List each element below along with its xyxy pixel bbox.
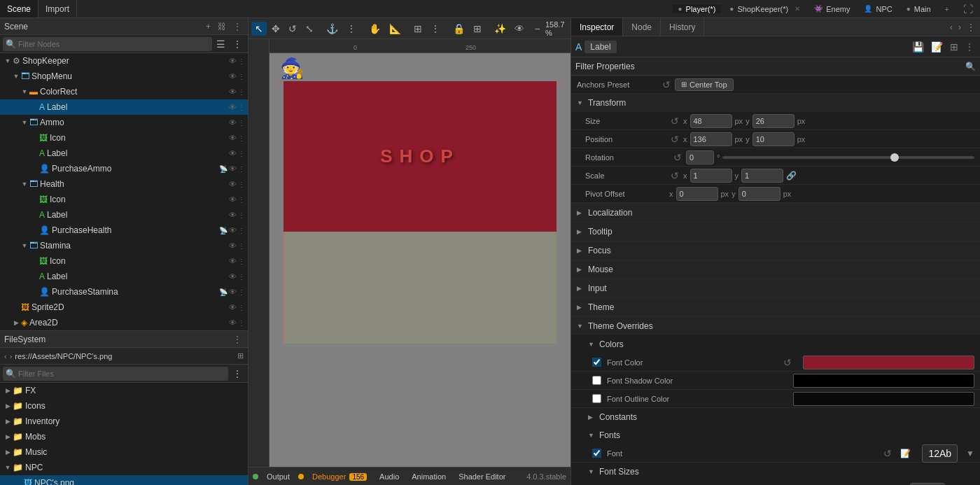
stamina-vis-btn[interactable]: 👁 [229, 241, 237, 250]
constants-subheader[interactable]: ▶ Constants [571, 408, 980, 426]
size-reset-btn[interactable]: ↺ [669, 115, 680, 127]
inspector-more-btn[interactable]: ⋮ [963, 41, 976, 52]
fs-item-npc[interactable]: ▼ 📁 NPC [0, 460, 248, 475]
font-preview-box[interactable]: 12Ab [922, 444, 958, 463]
tree-node-colorrect[interactable]: ▼ ▬ ColorRect 👁 ⋮ [0, 84, 248, 99]
colorrect-more-btn[interactable]: ⋮ [238, 88, 245, 96]
font-checkbox[interactable] [592, 449, 601, 458]
font-outline-color-checkbox[interactable] [592, 394, 601, 403]
pivot-x-input[interactable] [676, 187, 718, 201]
maximize-btn[interactable]: ⛶ [960, 3, 976, 15]
vp-hand-btn[interactable]: ✋ [365, 22, 384, 36]
label-vis-btn[interactable]: 👁 [229, 103, 237, 111]
tab-shader-editor[interactable]: Shader Editor [454, 471, 510, 482]
scene-menu-btn[interactable]: ⋮ [231, 21, 244, 32]
vp-anchor-btn[interactable]: ⚓ [323, 22, 342, 36]
health-label-more-btn[interactable]: ⋮ [238, 211, 245, 219]
tab-animation[interactable]: Animation [407, 471, 450, 482]
colors-subheader[interactable]: ▼ Colors [571, 335, 980, 353]
breadcrumb-layout-btn[interactable]: ⊞ [237, 351, 244, 360]
ammo-label-vis-btn[interactable]: 👁 [229, 149, 237, 157]
ammo-more-btn[interactable]: ⋮ [238, 119, 245, 127]
mouse-header[interactable]: ▶ Mouse [571, 260, 980, 279]
anchors-reset-btn[interactable]: ↺ [661, 79, 672, 90]
tree-node-ammo-label[interactable]: A Label 👁 ⋮ [0, 146, 248, 161]
input-header[interactable]: ▶ Input [571, 279, 980, 297]
breadcrumb-back-btn[interactable]: ‹ [4, 352, 7, 360]
font-script-btn[interactable]: 📝 [900, 449, 911, 458]
label-more-btn[interactable]: ⋮ [238, 104, 245, 111]
ammo-label-more-btn[interactable]: ⋮ [238, 150, 245, 157]
health-vis-btn[interactable]: 👁 [229, 180, 237, 188]
filter-nodes-input[interactable] [18, 40, 209, 48]
shopmenu-more-btn[interactable]: ⋮ [238, 73, 245, 80]
filter-props-search-icon[interactable]: 🔍 [965, 62, 976, 71]
tab-node[interactable]: Node [623, 18, 661, 36]
scene-link-btn[interactable]: ⛓ [216, 21, 228, 32]
purchase-ammo-vis-btn[interactable]: 👁 [229, 164, 237, 173]
tree-node-sprite2d[interactable]: 🖼 Sprite2D 👁 ⋮ [0, 300, 248, 315]
purchase-health-vis-btn[interactable]: 👁 [229, 226, 237, 234]
tab-inspector[interactable]: Inspector [571, 18, 623, 36]
tab-player[interactable]: ● Player(*) [673, 5, 722, 13]
fs-options-btn[interactable]: ⋮ [230, 367, 245, 381]
shopkeeper-vis-btn[interactable]: 👁 [229, 57, 237, 65]
vp-more-btn[interactable]: ⋮ [427, 22, 444, 36]
health-label-vis-btn[interactable]: 👁 [229, 211, 237, 219]
localization-header[interactable]: ▶ Localization [571, 204, 980, 222]
vp-group-btn[interactable]: ⊞ [470, 22, 485, 36]
tab-import[interactable]: Import [38, 0, 77, 17]
font-reset-btn[interactable]: ↺ [883, 448, 892, 459]
sprite2d-more-btn[interactable]: ⋮ [238, 304, 245, 311]
tree-node-purchase-ammo[interactable]: 👤 PurchaseAmmo 📡 👁 ⋮ [0, 161, 248, 176]
pivot-y-input[interactable] [738, 187, 780, 201]
font-sizes-subheader[interactable]: ▼ Font Sizes [571, 463, 980, 481]
vp-wand-btn[interactable]: ✨ [491, 22, 510, 36]
vp-lock-btn[interactable]: 🔒 [449, 22, 468, 36]
rotation-slider[interactable] [722, 156, 974, 159]
breadcrumb-forward-btn[interactable]: › [10, 352, 13, 360]
purchase-stamina-vis-btn[interactable]: 👁 [229, 288, 237, 296]
tab-shopkeeper[interactable]: ● ShopKeeper(*) ✕ [724, 5, 806, 13]
tab-audio[interactable]: Audio [375, 471, 403, 482]
ammo-icon-more-btn[interactable]: ⋮ [238, 134, 245, 142]
font-color-reset-btn[interactable]: ↺ [783, 357, 792, 368]
fs-item-icons[interactable]: ▶ 📁 Icons [0, 398, 248, 414]
purchase-ammo-more-btn[interactable]: ⋮ [238, 165, 245, 173]
stamina-icon-vis-btn[interactable]: 👁 [229, 257, 237, 265]
tab-enemy[interactable]: 👾 Enemy [808, 5, 855, 13]
inspector-forward-btn[interactable]: › [956, 22, 963, 33]
health-icon-more-btn[interactable]: ⋮ [238, 196, 245, 204]
stamina-label-vis-btn[interactable]: 👁 [229, 272, 237, 281]
pos-x-input[interactable] [690, 132, 732, 146]
fs-item-fx[interactable]: ▶ 📁 FX [0, 383, 248, 398]
filter-files-container[interactable]: 🔍 [3, 367, 228, 381]
scene-add-btn[interactable]: + [204, 21, 213, 32]
colorrect-vis-btn[interactable]: 👁 [229, 87, 237, 96]
scale-x-input[interactable] [690, 169, 732, 183]
health-more-btn[interactable]: ⋮ [238, 181, 245, 188]
theme-header[interactable]: ▶ Theme [571, 298, 980, 316]
inspector-layout-btn[interactable]: ⊞ [948, 41, 960, 53]
font-color-checkbox[interactable] [592, 358, 601, 367]
theme-overrides-header[interactable]: ▼ Theme Overrides [571, 317, 980, 335]
fs-item-npcs-png[interactable]: 🖼 NPC's.png [0, 475, 248, 485]
stamina-label-more-btn[interactable]: ⋮ [238, 273, 245, 281]
scene-options-btn[interactable]: ⋮ [230, 37, 245, 51]
tree-node-area2d[interactable]: ▶ ◈ Area2D 👁 ⋮ [0, 315, 248, 330]
tree-node-ammo[interactable]: ▼ 🗔 Ammo 👁 ⋮ [0, 115, 248, 130]
vp-grid-btn[interactable]: ⋮ [343, 22, 360, 36]
tab-npc[interactable]: 👤 NPC [858, 5, 897, 13]
purchase-health-more-btn[interactable]: ⋮ [238, 227, 245, 234]
tree-node-purchase-health[interactable]: 👤 PurchaseHealth 📡 👁 ⋮ [0, 223, 248, 238]
vp-eye-btn[interactable]: 👁 [511, 22, 528, 36]
scale-reset-btn[interactable]: ↺ [669, 170, 680, 181]
viewport[interactable]: 0 250 🧙 SHOP [248, 39, 570, 467]
tree-node-health[interactable]: ▼ 🗔 Health 👁 ⋮ [0, 176, 248, 192]
health-icon-vis-btn[interactable]: 👁 [229, 195, 237, 204]
scene-filter-btn[interactable]: ☰ [214, 37, 228, 51]
shopkeeper-more-btn[interactable]: ⋮ [238, 57, 245, 65]
filter-files-input[interactable] [18, 370, 225, 378]
filesystem-options-btn[interactable]: ⋮ [231, 334, 244, 345]
vp-move-btn[interactable]: ✥ [268, 22, 284, 36]
